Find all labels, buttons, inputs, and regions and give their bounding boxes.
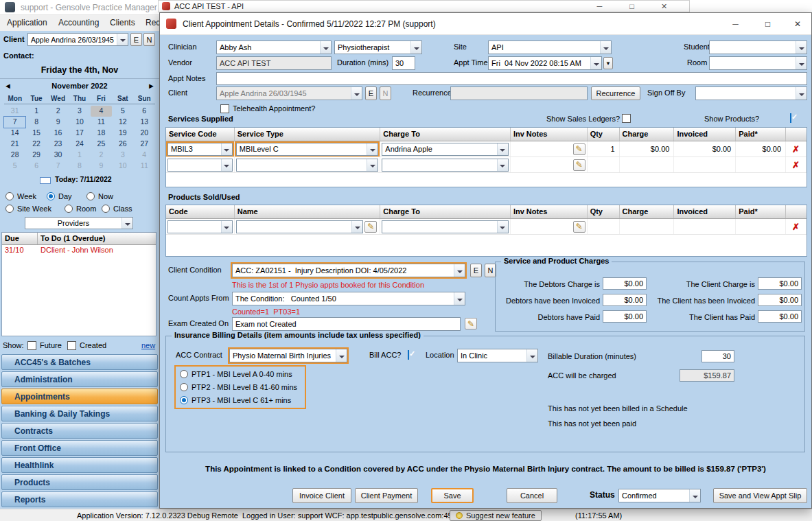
- charge-to-select[interactable]: [382, 220, 509, 233]
- sidebar-item-front-office[interactable]: Front Office: [1, 440, 158, 456]
- service-code-select[interactable]: [167, 159, 233, 172]
- view-mode-day[interactable]: Day: [47, 192, 72, 201]
- calendar-day[interactable]: 31: [4, 106, 25, 117]
- charge-cell[interactable]: $0.00: [620, 141, 675, 157]
- service-type-select[interactable]: MBILevel C: [236, 143, 379, 156]
- edit-exam-button[interactable]: ✎: [465, 318, 477, 329]
- todo-row[interactable]: 31/10 DClient - John Wilson: [2, 245, 156, 256]
- edit-inv-notes-button[interactable]: ✎: [573, 221, 585, 233]
- view-mode-now[interactable]: Now: [86, 192, 113, 201]
- view-mode-class[interactable]: Class: [102, 204, 132, 213]
- calendar-day[interactable]: 8: [69, 161, 90, 172]
- invoice-client-button[interactable]: Invoice Client: [292, 488, 351, 503]
- product-code-select[interactable]: [167, 220, 233, 233]
- todo-task-header[interactable]: To Do (1 Overdue): [38, 233, 156, 244]
- calendar-day[interactable]: 17: [69, 128, 90, 139]
- clinician-type-select[interactable]: Physiotherapist: [334, 40, 422, 54]
- sidebar-item-banking-daily-takings[interactable]: Banking & Daily Takings: [1, 406, 158, 421]
- calendar-day[interactable]: 10: [112, 161, 133, 172]
- appt-time-calendar-button[interactable]: ▼: [603, 57, 613, 69]
- calendar-day[interactable]: 18: [91, 128, 112, 139]
- calendar-day[interactable]: 9: [47, 117, 69, 128]
- menu-accounting[interactable]: Accounting: [58, 18, 99, 27]
- column-header-invoiced[interactable]: Invoiced: [674, 205, 736, 218]
- calendar-day[interactable]: 13: [134, 117, 155, 128]
- calendar-day[interactable]: 10: [69, 117, 90, 128]
- delete-row-button[interactable]: ✗: [786, 219, 807, 234]
- sidebar-item-products[interactable]: Products: [1, 474, 158, 490]
- view-mode-room[interactable]: Room: [65, 204, 96, 213]
- calendar-day[interactable]: 6: [25, 161, 47, 172]
- sidebar-item-administration[interactable]: Administration: [1, 371, 158, 387]
- calendar-day[interactable]: 26: [112, 139, 133, 150]
- edit-client-button[interactable]: E: [130, 33, 142, 46]
- calendar-day[interactable]: 5: [4, 161, 25, 172]
- minimize-icon[interactable]: ─: [719, 13, 752, 34]
- minimize-icon[interactable]: ─: [584, 1, 615, 12]
- appt-notes-field[interactable]: [216, 72, 807, 85]
- calendar-day[interactable]: 9: [91, 161, 112, 172]
- column-header-charge[interactable]: Charge: [620, 128, 675, 141]
- cancel-button[interactable]: Cancel: [507, 488, 557, 503]
- calendar-next-icon[interactable]: ►: [141, 82, 155, 90]
- calendar-day-today[interactable]: 7: [4, 117, 25, 128]
- column-header-invoiced[interactable]: Invoiced: [674, 128, 736, 141]
- column-header-charge-to[interactable]: Charge To: [380, 128, 511, 141]
- invoiced-cell[interactable]: $0.00: [674, 141, 736, 157]
- show-created-checkbox[interactable]: Created: [67, 340, 106, 350]
- column-header-inv-notes[interactable]: Inv Notes: [511, 205, 588, 218]
- view-mode-week[interactable]: Week: [5, 192, 36, 201]
- show-future-checkbox[interactable]: Future: [27, 340, 62, 350]
- count-appts-select[interactable]: The Condition: Counted 1/50: [232, 292, 465, 305]
- save-button[interactable]: Save: [431, 488, 474, 503]
- calendar-day[interactable]: 28: [4, 150, 25, 161]
- calendar-day[interactable]: 19: [112, 128, 133, 139]
- service-code-select[interactable]: MBIL3: [167, 143, 233, 156]
- billable-duration-value[interactable]: 30: [701, 350, 734, 362]
- calendar-day-selected[interactable]: 4: [91, 106, 112, 117]
- sidebar-item-appointments[interactable]: Appointments: [1, 389, 158, 404]
- show-products-checkbox[interactable]: [790, 113, 791, 123]
- edit-condition-button[interactable]: E: [470, 264, 482, 277]
- edit-inv-notes-button[interactable]: ✎: [573, 159, 585, 171]
- vendor-field[interactable]: ACC API TEST: [216, 56, 332, 70]
- column-header-code[interactable]: Code: [166, 205, 235, 218]
- column-header-charge-to[interactable]: Charge To: [380, 205, 511, 218]
- client-payment-button[interactable]: Client Payment: [355, 488, 418, 503]
- column-header-service-type[interactable]: Service Type: [235, 128, 381, 141]
- column-header-paid[interactable]: Paid*: [736, 205, 786, 218]
- radio-option-ptp1[interactable]: PTP1 - MBI Level A 0-40 mins: [180, 369, 292, 379]
- calendar-day[interactable]: 2: [47, 106, 69, 117]
- service-type-select[interactable]: [236, 159, 379, 172]
- edit-inv-notes-button[interactable]: ✎: [573, 143, 585, 155]
- radio-option-ptp2[interactable]: PTP2 - MBI Level B 41-60 mins: [180, 382, 297, 392]
- calendar-day[interactable]: 4: [134, 150, 155, 161]
- recurrence-button[interactable]: Recurrence: [591, 86, 640, 100]
- column-header-service-code[interactable]: Service Code: [166, 128, 235, 141]
- calendar-day[interactable]: 1: [25, 106, 47, 117]
- background-window-titlebar[interactable]: ACC API TEST - API ─ □ ✕: [158, 0, 690, 12]
- delete-row-button[interactable]: ✗: [786, 141, 807, 157]
- appt-time-picker[interactable]: Fri 04 Nov 2022 08:15 AM: [488, 56, 602, 70]
- delete-row-button[interactable]: ✗: [786, 157, 807, 172]
- edit-client-button[interactable]: E: [365, 86, 377, 100]
- column-header-qty[interactable]: Qty: [588, 128, 620, 141]
- calendar-prev-icon[interactable]: ◄: [4, 82, 18, 90]
- calendar-day[interactable]: 30: [47, 150, 69, 161]
- duration-field[interactable]: 30: [392, 56, 415, 70]
- location-select[interactable]: In Clinic: [457, 349, 538, 362]
- sidebar-item-reports[interactable]: Reports: [1, 491, 158, 507]
- client-select[interactable]: Apple Andrina 26/03/1945: [27, 33, 128, 46]
- calendar-day[interactable]: 8: [25, 117, 47, 128]
- client-condition-select[interactable]: ACC: ZA02151 - Injury Description DOI: 4…: [232, 264, 465, 277]
- menu-clients[interactable]: Clients: [110, 18, 135, 27]
- product-name-select[interactable]: [236, 220, 364, 233]
- column-header-name[interactable]: Name: [235, 205, 381, 218]
- close-icon[interactable]: ✕: [649, 1, 680, 12]
- charge-to-select[interactable]: [382, 159, 509, 172]
- providers-dropdown[interactable]: Providers: [25, 217, 133, 229]
- new-client-button[interactable]: N: [380, 86, 391, 100]
- recurrence-field[interactable]: [450, 86, 588, 100]
- menu-application[interactable]: Application: [7, 18, 47, 27]
- calendar-day[interactable]: 7: [47, 161, 69, 172]
